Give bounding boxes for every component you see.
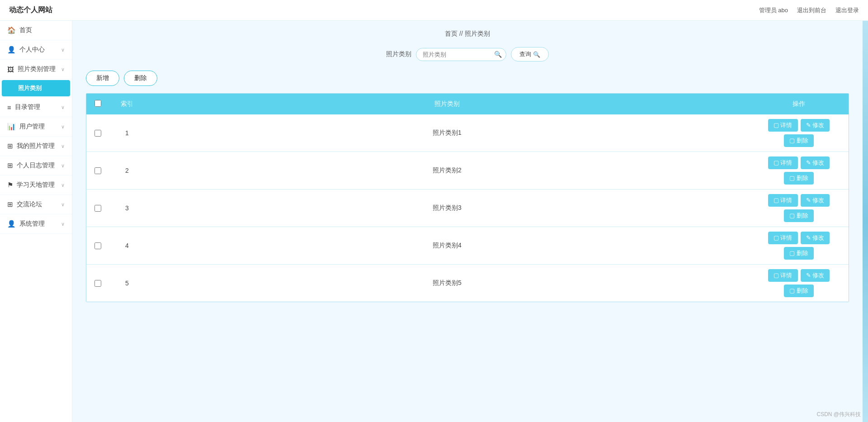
search-input-wrap: 🔍	[416, 48, 506, 61]
chevron-icon: ∨	[61, 143, 65, 149]
chevron-icon: ∨	[61, 104, 65, 110]
delete-button[interactable]: ▢ 删除	[784, 247, 814, 260]
edit-button[interactable]: ✎ 修改	[801, 156, 830, 169]
detail-button[interactable]: ▢ 详情	[768, 119, 798, 132]
cell-category: 照片类别5	[145, 265, 749, 302]
dir-mgmt-icon: ≡	[7, 104, 11, 111]
sidebar-subitem-photo-category[interactable]: 照片类别	[2, 80, 70, 97]
cell-actions: ▢ 详情✎ 修改▢ 删除	[749, 227, 849, 264]
cell-index: 1	[109, 114, 145, 152]
sidebar-item-personal[interactable]: 👤个人中心∨	[0, 40, 72, 60]
sidebar-item-diary-mgmt[interactable]: ⊞个人日志管理∨	[0, 156, 72, 175]
breadcrumb-separator: //	[459, 30, 465, 37]
sidebar-label-sys-mgmt: 系统管理	[19, 220, 45, 228]
row-checkbox[interactable]	[94, 167, 101, 174]
edit-button[interactable]: ✎ 修改	[801, 194, 830, 207]
sidebar-label-forum: 交流论坛	[17, 200, 42, 209]
sidebar-item-photo-mgmt[interactable]: 🖼照片类别管理∨	[0, 60, 72, 79]
my-photos-icon: ⊞	[7, 142, 13, 150]
col-operations: 操作	[749, 94, 849, 114]
add-button[interactable]: 新增	[86, 71, 119, 86]
sidebar-label-user-mgmt: 用户管理	[19, 123, 45, 131]
sidebar-label-diary-mgmt: 个人日志管理	[17, 161, 55, 170]
goto-frontend-link[interactable]: 退出到前台	[797, 6, 826, 14]
sidebar-item-sys-mgmt[interactable]: 👤系统管理∨	[0, 214, 72, 234]
search-icon: 🔍	[494, 51, 502, 58]
admin-info: 管理员 abo	[759, 6, 788, 14]
detail-button[interactable]: ▢ 详情	[768, 156, 798, 169]
user-mgmt-icon: 📊	[7, 123, 16, 131]
cell-actions: ▢ 详情✎ 修改▢ 删除	[749, 190, 849, 227]
table-row: 1照片类别1▢ 详情✎ 修改▢ 删除	[86, 114, 849, 152]
search-btn-icon: 🔍	[533, 51, 540, 58]
sidebar-item-dir-mgmt[interactable]: ≡目录管理∨	[0, 98, 72, 117]
study-mgmt-icon: ⚑	[7, 181, 13, 189]
delete-button[interactable]: ▢ 删除	[784, 172, 814, 185]
top-nav: 动态个人网站 管理员 abo 退出到前台 退出登录	[0, 0, 868, 21]
logout-link[interactable]: 退出登录	[835, 6, 859, 14]
row-checkbox[interactable]	[94, 130, 101, 137]
cell-actions: ▢ 详情✎ 修改▢ 删除	[749, 114, 849, 152]
detail-button[interactable]: ▢ 详情	[768, 269, 798, 282]
app-title: 动态个人网站	[9, 5, 52, 15]
table-body: 1照片类别1▢ 详情✎ 修改▢ 删除2照片类别2▢ 详情✎ 修改▢ 删除3照片类…	[86, 114, 849, 302]
col-checkbox	[86, 94, 109, 114]
cell-category: 照片类别4	[145, 227, 749, 264]
chevron-icon: ∨	[61, 202, 65, 208]
sidebar: 🏠首页👤个人中心∨🖼照片类别管理∨照片类别≡目录管理∨📊用户管理∨⊞我的照片管理…	[0, 21, 72, 422]
forum-icon: ⊞	[7, 200, 13, 209]
sidebar-label-dir-mgmt: 目录管理	[15, 103, 40, 111]
row-checkbox[interactable]	[94, 280, 101, 287]
detail-button[interactable]: ▢ 详情	[768, 194, 798, 207]
diary-mgmt-icon: ⊞	[7, 161, 13, 170]
detail-button[interactable]: ▢ 详情	[768, 232, 798, 244]
delete-button[interactable]: ▢ 删除	[784, 209, 814, 222]
search-label: 照片类别	[386, 50, 411, 58]
search-input[interactable]	[416, 48, 506, 61]
select-all-checkbox[interactable]	[94, 100, 101, 107]
col-category: 照片类别	[145, 94, 749, 114]
chevron-icon: ∨	[61, 47, 65, 53]
home-icon: 🏠	[7, 26, 16, 34]
sidebar-item-home[interactable]: 🏠首页	[0, 21, 72, 40]
sidebar-label-home: 首页	[19, 26, 32, 34]
sidebar-label-personal: 个人中心	[19, 46, 45, 54]
table-row: 2照片类别2▢ 详情✎ 修改▢ 删除	[86, 152, 849, 190]
delete-button[interactable]: ▢ 删除	[784, 134, 814, 147]
cell-index: 5	[109, 265, 145, 302]
breadcrumb-home: 首页	[445, 30, 458, 37]
batch-delete-button[interactable]: 删除	[124, 71, 157, 86]
row-checkbox[interactable]	[94, 242, 101, 249]
chevron-icon: ∨	[61, 66, 65, 72]
breadcrumb-current: 照片类别	[465, 30, 490, 37]
sidebar-item-user-mgmt[interactable]: 📊用户管理∨	[0, 117, 72, 137]
edit-button[interactable]: ✎ 修改	[801, 269, 830, 282]
layout: 🏠首页👤个人中心∨🖼照片类别管理∨照片类别≡目录管理∨📊用户管理∨⊞我的照片管理…	[0, 21, 868, 422]
edit-button[interactable]: ✎ 修改	[801, 232, 830, 244]
cell-actions: ▢ 详情✎ 修改▢ 删除	[749, 152, 849, 189]
watermark: CSDN @伟兴科技	[816, 411, 861, 418]
sidebar-item-my-photos[interactable]: ⊞我的照片管理∨	[0, 137, 72, 156]
top-nav-right: 管理员 abo 退出到前台 退出登录	[759, 6, 859, 14]
chevron-icon: ∨	[61, 182, 65, 188]
delete-button[interactable]: ▢ 删除	[784, 284, 814, 297]
sidebar-item-study-mgmt[interactable]: ⚑学习天地管理∨	[0, 175, 72, 195]
search-bar: 照片类别 🔍 查询 🔍	[86, 47, 849, 62]
sidebar-item-forum[interactable]: ⊞交流论坛∨	[0, 195, 72, 214]
row-checkbox[interactable]	[94, 205, 101, 212]
sys-mgmt-icon: 👤	[7, 220, 16, 228]
data-table: 索引 照片类别 操作 1照片类别1▢ 详情✎ 修改▢ 删除2照片类别2▢ 详情✎…	[86, 93, 849, 302]
chevron-icon: ∨	[61, 124, 65, 130]
cell-index: 3	[109, 190, 145, 227]
search-button[interactable]: 查询 🔍	[511, 47, 549, 62]
edit-button[interactable]: ✎ 修改	[801, 119, 830, 132]
personal-icon: 👤	[7, 46, 16, 54]
col-index: 索引	[109, 94, 145, 114]
cell-category: 照片类别2	[145, 152, 749, 189]
table-row: 4照片类别4▢ 详情✎ 修改▢ 删除	[86, 227, 849, 265]
breadcrumb: 首页 // 照片类别	[86, 30, 849, 38]
sidebar-label-study-mgmt: 学习天地管理	[17, 181, 55, 189]
action-bar: 新增 删除	[86, 71, 849, 86]
sidebar-label-my-photos: 我的照片管理	[17, 142, 55, 150]
chevron-icon: ∨	[61, 163, 65, 169]
